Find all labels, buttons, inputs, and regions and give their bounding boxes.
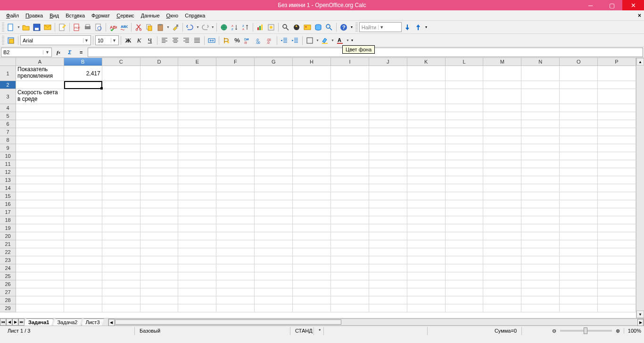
cell-L7[interactable]	[446, 128, 484, 136]
hyperlink-button[interactable]	[219, 22, 229, 33]
cell-G21[interactable]	[255, 240, 293, 248]
cell-F3[interactable]	[216, 89, 255, 104]
cell-G15[interactable]	[255, 192, 293, 200]
cell-C4[interactable]	[102, 104, 140, 112]
cell-O16[interactable]	[560, 200, 598, 208]
cell-C24[interactable]	[102, 264, 140, 272]
cell-M20[interactable]	[483, 232, 521, 240]
cell-F13[interactable]	[216, 176, 255, 184]
row-header-11[interactable]: 11	[0, 160, 16, 168]
cell-P5[interactable]	[598, 112, 636, 120]
cell-L17[interactable]	[446, 208, 484, 216]
cell-D21[interactable]	[140, 240, 179, 248]
cell-M24[interactable]	[483, 264, 521, 272]
col-header-K[interactable]: K	[407, 58, 446, 65]
cell-N1[interactable]	[521, 66, 560, 81]
menu-format[interactable]: Формат	[88, 11, 113, 20]
cell-L16[interactable]	[446, 200, 484, 208]
cell-E17[interactable]	[178, 208, 216, 216]
export-pdf-button[interactable]: PDF	[72, 22, 82, 33]
row-header-28[interactable]: 28	[0, 296, 16, 304]
autospell-button[interactable]: ABC	[119, 22, 129, 33]
cell-F10[interactable]	[216, 152, 255, 160]
cell-O6[interactable]	[560, 120, 598, 128]
open-button[interactable]	[21, 22, 31, 33]
cell-O17[interactable]	[560, 208, 598, 216]
cell-H2[interactable]	[293, 81, 331, 89]
cell-I8[interactable]	[331, 136, 369, 144]
cell-I2[interactable]	[331, 81, 369, 89]
cell-K6[interactable]	[407, 120, 446, 128]
font-size-combo[interactable]: 10▼	[95, 35, 119, 45]
cell-G20[interactable]	[255, 232, 293, 240]
cell-H29[interactable]	[293, 304, 331, 312]
toolbar-grip[interactable]	[355, 23, 358, 32]
cell-K13[interactable]	[407, 176, 446, 184]
cell-A5[interactable]	[16, 112, 64, 120]
cell-C22[interactable]	[102, 248, 140, 256]
cell-F21[interactable]	[216, 240, 255, 248]
cell-O9[interactable]	[560, 144, 598, 152]
cell-J1[interactable]	[369, 66, 407, 81]
cell-O4[interactable]	[560, 104, 598, 112]
cell-H27[interactable]	[293, 288, 331, 296]
cell-E21[interactable]	[178, 240, 216, 248]
find-next-button[interactable]	[402, 22, 413, 33]
row-header-6[interactable]: 6	[0, 120, 16, 128]
email-button[interactable]	[42, 22, 53, 33]
cell-O5[interactable]	[560, 112, 598, 120]
cell-H9[interactable]	[293, 144, 331, 152]
cell-L10[interactable]	[446, 152, 484, 160]
cell-D1[interactable]	[140, 66, 179, 81]
cell-A22[interactable]	[16, 248, 64, 256]
cell-P3[interactable]	[598, 89, 636, 104]
cell-D24[interactable]	[140, 264, 179, 272]
close-button[interactable]: ✕	[622, 0, 644, 10]
cell-C21[interactable]	[102, 240, 140, 248]
cell-P20[interactable]	[598, 232, 636, 240]
cell-L12[interactable]	[446, 168, 484, 176]
align-left-button[interactable]	[159, 35, 170, 46]
cell-G2[interactable]	[255, 81, 293, 89]
cell-O26[interactable]	[560, 280, 598, 288]
find-replace-button[interactable]	[281, 22, 291, 33]
cell-I4[interactable]	[331, 104, 369, 112]
cell-F7[interactable]	[216, 128, 255, 136]
dec-indent-button[interactable]	[279, 35, 289, 46]
cell-L13[interactable]	[446, 176, 484, 184]
cell-P14[interactable]	[598, 184, 636, 192]
cell-O14[interactable]	[560, 184, 598, 192]
cell-G7[interactable]	[255, 128, 293, 136]
cell-C2[interactable]	[102, 81, 140, 89]
bgcolor-button[interactable]	[320, 35, 330, 46]
cell-G27[interactable]	[255, 288, 293, 296]
cell-D23[interactable]	[140, 256, 179, 264]
cell-G3[interactable]	[255, 89, 293, 104]
cell-N18[interactable]	[521, 216, 560, 224]
cell-N29[interactable]	[521, 304, 560, 312]
cell-A29[interactable]	[16, 304, 64, 312]
cell-B21[interactable]	[64, 240, 102, 248]
cell-E2[interactable]	[178, 81, 216, 89]
cell-G25[interactable]	[255, 272, 293, 280]
tab-prev-button[interactable]: ◀	[6, 318, 12, 326]
cell-E22[interactable]	[178, 248, 216, 256]
cell-I25[interactable]	[331, 272, 369, 280]
cell-J11[interactable]	[369, 160, 407, 168]
cell-B2[interactable]	[64, 81, 102, 89]
cell-C8[interactable]	[102, 136, 140, 144]
cell-H16[interactable]	[293, 200, 331, 208]
cell-H28[interactable]	[293, 296, 331, 304]
cell-L18[interactable]	[446, 216, 484, 224]
cell-I21[interactable]	[331, 240, 369, 248]
redo-button[interactable]	[200, 22, 210, 33]
cell-P29[interactable]	[598, 304, 636, 312]
cell-A16[interactable]	[16, 200, 64, 208]
cell-P6[interactable]	[598, 120, 636, 128]
cell-A28[interactable]	[16, 296, 64, 304]
cell-H4[interactable]	[293, 104, 331, 112]
cell-J16[interactable]	[369, 200, 407, 208]
print-button[interactable]	[83, 22, 93, 33]
cell-E14[interactable]	[178, 184, 216, 192]
cell-P15[interactable]	[598, 192, 636, 200]
